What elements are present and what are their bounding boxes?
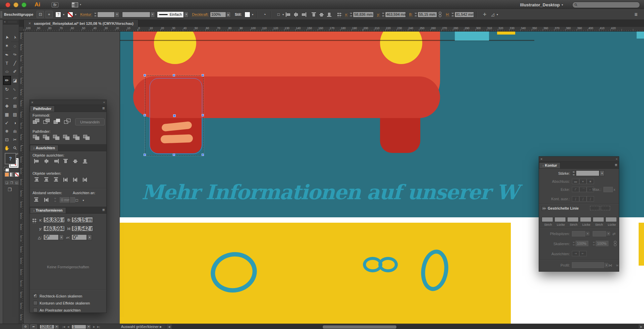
staerke-dropdown[interactable]: ▼	[600, 170, 604, 176]
dash-field-1[interactable]	[542, 217, 553, 222]
align-left-icon[interactable]	[34, 159, 39, 163]
selection-handle-ne[interactable]	[202, 74, 204, 76]
chevron-down-icon[interactable]: ▼	[561, 4, 564, 6]
height-label[interactable]: H:	[446, 12, 449, 17]
transform-y-field[interactable]: 463,594 mm	[43, 226, 65, 231]
unite-icon[interactable]	[33, 119, 40, 124]
checkbox[interactable]	[33, 294, 38, 298]
opacity-expand-button[interactable]: ▶	[226, 12, 231, 17]
search-input[interactable]	[579, 2, 630, 7]
dash-field-3[interactable]	[567, 217, 579, 222]
dash-field-5[interactable]	[593, 217, 604, 222]
graphic-style-swatch[interactable]	[245, 12, 250, 17]
outline-icon[interactable]	[73, 134, 80, 140]
tab-kontur[interactable]: ↕Kontur	[539, 162, 560, 168]
close-panel-icon[interactable]: ×	[31, 101, 33, 104]
x-field[interactable]: 58,836 mm	[353, 12, 374, 17]
ellipse-tool[interactable]: ○	[3, 67, 11, 76]
scroll-right-icon[interactable]: ▶	[639, 324, 644, 329]
align-right-icon[interactable]	[54, 159, 59, 163]
direct-selection-tool[interactable]: ➢	[11, 33, 19, 42]
fill-color-swatch[interactable]: ?	[55, 12, 61, 17]
dash-field-6[interactable]	[605, 217, 617, 222]
scrollbar-thumb[interactable]	[322, 325, 397, 329]
screen-mode-icon[interactable]: ❐	[8, 187, 12, 192]
perspective-grid-tool[interactable]: ⊞	[11, 102, 19, 110]
drag-grip-icon[interactable]	[8, 21, 17, 23]
chevron-down-icon[interactable]: ▼	[74, 13, 77, 16]
column-graph-tool[interactable]: ılı	[11, 127, 19, 135]
document-tab[interactable]: × saxoprint_Reiseplakat.ai* bei 120,08 %…	[23, 19, 139, 27]
artboard-dropdown[interactable]: ▼	[86, 325, 91, 329]
draw-behind-icon[interactable]: ❐	[10, 181, 13, 184]
distribute-center-h-icon[interactable]	[73, 177, 78, 182]
collapse-panel-icon[interactable]: «	[616, 157, 618, 161]
align-top-icon[interactable]	[63, 159, 68, 163]
artboard-tool[interactable]: ⊡	[3, 135, 11, 144]
intersect-icon[interactable]	[53, 119, 60, 124]
tools-panel-header[interactable]: «	[3, 19, 19, 24]
lasso-tool[interactable]: ◌	[11, 42, 19, 50]
close-panel-icon[interactable]: ×	[540, 157, 542, 161]
distribute-center-v-icon[interactable]	[44, 177, 49, 182]
align-bottom-icon[interactable]	[83, 159, 88, 163]
stroke-align-center-icon[interactable]: ⌊	[572, 196, 579, 202]
sync-settings-icon[interactable]: ⚙	[22, 324, 29, 329]
selection-handle-w[interactable]	[144, 114, 146, 116]
first-artboard-icon[interactable]: |◀	[62, 325, 65, 328]
merge-icon[interactable]	[53, 134, 60, 140]
selection-center-point[interactable]	[173, 114, 176, 117]
chevron-down-icon[interactable]: ▼	[82, 199, 85, 202]
scale-tool[interactable]: ↔	[11, 85, 19, 93]
gradient-tool[interactable]: ▤	[11, 110, 19, 119]
last-artboard-icon[interactable]: ▶|	[97, 325, 100, 328]
pen-tool[interactable]: ✒	[3, 50, 11, 59]
symbol-sprayer-tool[interactable]: ✵	[3, 127, 11, 135]
selection-handle-sw[interactable]	[144, 154, 146, 156]
shear-field[interactable]: 0°	[71, 234, 87, 240]
selection-handle-s[interactable]	[173, 154, 175, 156]
curvature-pen-tool[interactable]: ✑	[11, 50, 19, 59]
free-transform-tool[interactable]: ▱	[11, 94, 19, 102]
width-stepper[interactable]: ▲▼	[414, 12, 418, 17]
transform-width-field[interactable]: 55,15 mm	[71, 217, 93, 223]
distribute-left-icon[interactable]	[63, 177, 68, 182]
stroke-style-field[interactable]: Einfach	[157, 11, 184, 18]
rotate-field[interactable]: 0°	[43, 234, 59, 240]
swap-fill-stroke-icon[interactable]: ⇄	[16, 152, 18, 156]
transform-bounding-box-icon[interactable]: ✛	[481, 11, 488, 18]
pencil-tool[interactable]: ✏	[3, 76, 11, 85]
isolate-group-icon[interactable]: ⊡	[37, 11, 44, 18]
checkbox-row[interactable]: Konturen und Effekte skalieren	[33, 301, 90, 305]
y-label[interactable]: y:	[377, 12, 380, 17]
collapse-icon[interactable]: «	[4, 20, 6, 23]
width-tool[interactable]: ↔	[3, 94, 11, 102]
chevron-down-icon[interactable]: ▼	[79, 4, 82, 6]
shape-builder-tool[interactable]: ❖	[3, 102, 11, 110]
blend-tool[interactable]: ◑	[11, 119, 19, 127]
distribute-top-icon[interactable]	[34, 177, 39, 182]
stroke-weight-stepper[interactable]: ▲▼	[94, 12, 97, 17]
stroke-style-dropdown[interactable]: ▼	[184, 12, 189, 17]
stroke-align-outside-icon[interactable]: ⌊	[587, 196, 594, 202]
zoom-tool[interactable]: ⚲	[11, 144, 19, 152]
align-bottom-icon[interactable]	[327, 12, 332, 17]
checkbox-row[interactable]: Rechteck-Ecken skalieren	[33, 294, 82, 298]
cap-square-icon[interactable]: ■	[587, 179, 594, 184]
chevron-down-icon[interactable]: ▼	[282, 13, 284, 16]
align-center-h-icon[interactable]	[44, 159, 49, 163]
workspace-switcher[interactable]: Illustrator_Desktop	[520, 2, 560, 7]
stroke-weight-dropdown[interactable]: ▼	[115, 12, 119, 17]
color-button[interactable]	[5, 172, 9, 177]
stroke-weight-label[interactable]: Kontur:	[80, 12, 92, 17]
stroke-color-swatch[interactable]	[67, 12, 73, 17]
gestrichelte-linie-checkbox[interactable]: —	[542, 206, 546, 211]
align-middle-icon[interactable]	[319, 12, 324, 17]
crop-icon[interactable]	[63, 134, 70, 140]
gradient-button[interactable]	[10, 172, 14, 177]
stroke-weight-field[interactable]	[97, 12, 115, 17]
close-window-button[interactable]	[5, 2, 10, 7]
dash-preserve-icon[interactable]	[590, 206, 599, 210]
align-to-selection-icon[interactable]: □	[275, 11, 282, 18]
previous-artboard-icon[interactable]: ◀	[67, 325, 69, 328]
